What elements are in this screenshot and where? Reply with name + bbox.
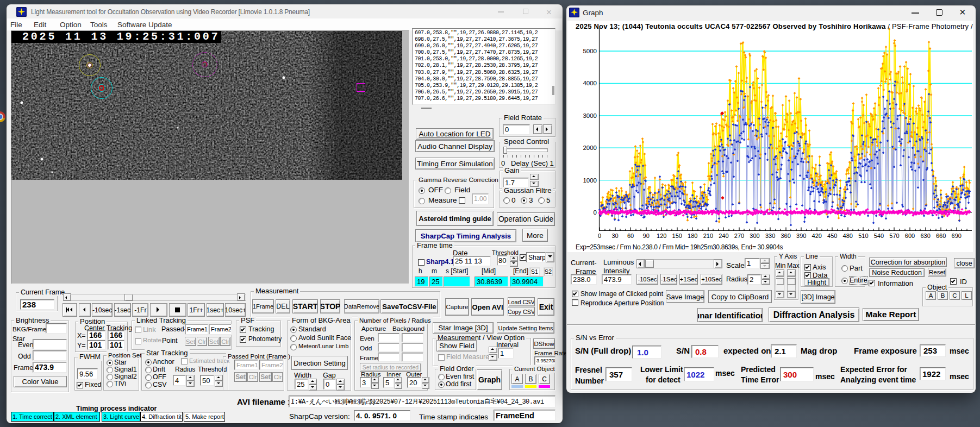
svg-text:1000: 1000 xyxy=(583,177,597,184)
svg-text:5000: 5000 xyxy=(583,48,597,54)
svg-text:660: 660 xyxy=(936,233,946,239)
svg-text:300: 300 xyxy=(750,233,759,239)
svg-text:390: 390 xyxy=(796,233,806,239)
svg-text:210: 210 xyxy=(703,233,713,239)
svg-text:420: 420 xyxy=(812,233,822,239)
svg-text:0: 0 xyxy=(594,209,597,216)
svg-text:510: 510 xyxy=(858,233,868,239)
svg-text:360: 360 xyxy=(781,233,790,239)
svg-text:540: 540 xyxy=(874,233,884,239)
svg-text:570: 570 xyxy=(889,233,899,239)
svg-text:0: 0 xyxy=(598,233,601,239)
svg-text:4000: 4000 xyxy=(583,80,597,86)
svg-text:600: 600 xyxy=(905,233,915,239)
svg-text:690: 690 xyxy=(952,233,962,239)
svg-text:630: 630 xyxy=(920,233,930,239)
svg-text:450: 450 xyxy=(827,233,837,239)
svg-text:120: 120 xyxy=(657,233,666,239)
svg-text:270: 270 xyxy=(734,233,744,239)
svg-text:150: 150 xyxy=(672,233,682,239)
svg-text:30: 30 xyxy=(611,233,618,239)
svg-text:480: 480 xyxy=(843,233,853,239)
svg-text:2000: 2000 xyxy=(583,145,597,151)
svg-text:90: 90 xyxy=(643,233,650,239)
svg-text:330: 330 xyxy=(765,233,775,239)
svg-text:3000: 3000 xyxy=(583,112,597,119)
svg-text:240: 240 xyxy=(719,233,728,239)
svg-text:180: 180 xyxy=(688,233,697,239)
svg-text:60: 60 xyxy=(627,233,634,239)
